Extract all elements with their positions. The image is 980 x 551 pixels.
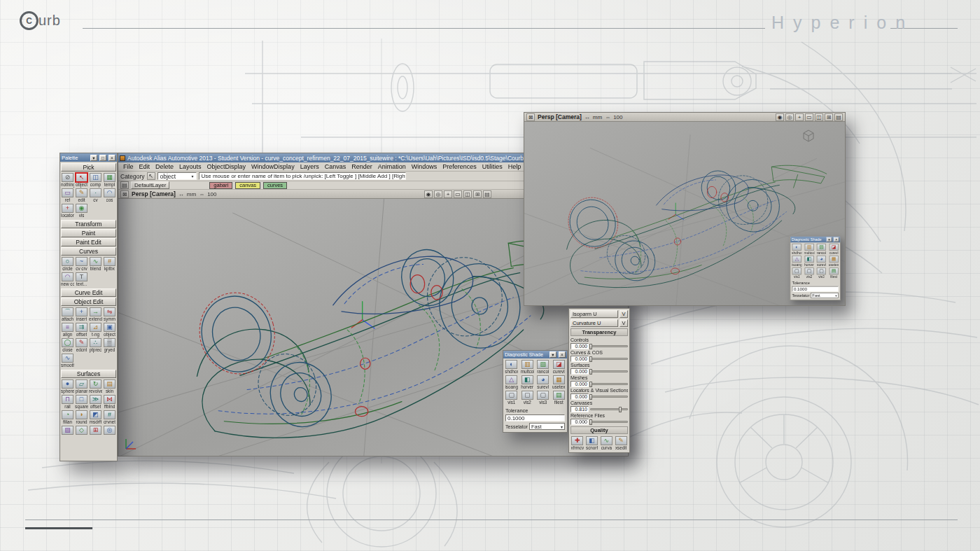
pick-arrow-icon[interactable]: ↖ [147,172,155,180]
cp-tool-xsedit[interactable]: ✎xsedit [614,436,628,451]
tool-attach[interactable]: ⌒attach [61,307,74,322]
tool-square[interactable]: □square [75,395,88,410]
button-isoparm-u[interactable]: Isoparm U [570,310,618,318]
viewport-menu-icon[interactable]: ⊠ [526,113,535,121]
menu-preferences[interactable]: Preferences [440,163,479,170]
viewport-title[interactable]: Persp [Camera] [538,113,582,120]
layout-split-icon[interactable]: ◫ [463,190,472,198]
viewport-menu-icon[interactable]: ⊠ [120,190,129,198]
slider-thumb[interactable] [589,394,592,400]
slider-meshes[interactable] [590,383,628,385]
diag-vis1[interactable]: ▢vis1 [504,391,519,405]
tool-ref[interactable]: ▭ref [61,188,74,203]
diag-filest[interactable]: ▤filest [552,391,567,405]
menu-windowdisplay[interactable]: WindowDisplay [248,163,298,170]
palette-maximize-icon[interactable]: □ [99,155,106,161]
slider-thumb[interactable] [589,344,592,349]
tool-kptbx[interactable]: #kptbx [103,257,116,272]
zoom-icon[interactable]: ◎ [434,190,442,198]
diag-vis2[interactable]: ▢vis2 [804,267,816,279]
layout-quad-icon[interactable]: ⊞ [825,113,833,121]
perspective-viewport-2[interactable]: Diagnostic Shade ▾ × ◐shdhon▥multcol▨ran… [524,122,845,305]
tool-blank[interactable]: ◇ [75,426,88,435]
default-layer-button[interactable]: DefaultLayer [131,181,169,189]
tesselator-select[interactable]: Fast▾ [811,293,839,298]
tool-round[interactable]: ◗round [75,410,88,425]
layers-icon[interactable]: ▤ [120,181,129,189]
pan-icon[interactable]: + [795,113,804,121]
menu-canvas[interactable]: Canvas [322,163,349,170]
panel-title-bar[interactable]: Diagnostic Shade ▾ × [503,351,567,358]
cp-tool-scnorf[interactable]: ◧scnorf [585,436,599,451]
tool-crvnet[interactable]: #crvnet [103,410,116,425]
tool-extend[interactable]: →extend [89,307,102,322]
menu-layouts[interactable]: Layouts [176,163,204,170]
slider-surfaces[interactable] [590,370,628,372]
slider-canvases[interactable] [590,408,628,410]
slider-thumb[interactable] [589,419,592,425]
toggle-isoparm-u[interactable]: V [620,310,628,318]
tool-ptprec[interactable]: ∴ptprec [89,338,102,353]
tool-cv-crv[interactable]: ~cv crv [75,257,88,272]
tool-comp[interactable]: ◫comp [89,173,102,188]
pick-type-select[interactable]: object ▾ [158,172,197,180]
view-cube-icon[interactable] [802,129,816,143]
tool-planar[interactable]: ▱planar [75,379,88,394]
palette-section-curves[interactable]: Curves [61,247,116,256]
tool-nothing[interactable]: ⊘nothing [61,173,74,188]
tool-circle[interactable]: ○circle [61,257,74,272]
toggle-curvature-u[interactable]: V [620,319,628,327]
viewport-title[interactable]: Persp [Camera] [132,190,176,197]
zoom-icon[interactable]: ◎ [785,113,794,121]
tool-blank[interactable]: ▨ [61,426,74,435]
tool-gryed[interactable]: ▒gryed [103,338,116,353]
tool-ffblnd[interactable]: ⋈ffblnd [103,395,116,410]
diag-surevl[interactable]: ◕surevl [536,375,551,390]
tool-blank[interactable]: ⊞ [89,426,102,435]
tolerance-input[interactable]: 0.1000 [792,286,839,292]
slider-curves-cos[interactable] [590,358,628,360]
diag-vis2[interactable]: ▢vis2 [520,391,536,405]
tool-msdrft[interactable]: ◩msdrft [89,410,102,425]
button-curvature-u[interactable]: Curvature U [570,319,618,327]
tool-t-ng[interactable]: ⊿t-ng [89,323,102,337]
diag-usetex[interactable]: ▦usetex [828,256,840,267]
slider-thumb[interactable] [619,407,622,412]
tool-cos[interactable]: ◠cos [103,188,116,203]
tool-close[interactable]: ◯close [61,338,74,353]
layer-chip-canvas[interactable]: canvas [235,182,260,189]
diag-curevl[interactable]: ◪curevl [552,360,567,375]
tool-align[interactable]: ≡align [61,323,74,337]
palette-section-pick[interactable]: Pick [61,163,116,172]
close-icon[interactable]: × [559,351,566,358]
diag-rancol[interactable]: ▨rancol [536,360,551,375]
tool-object[interactable]: ↖object [75,173,88,188]
tool-smooth[interactable]: ∿smooth [61,354,74,368]
diag-curevl[interactable]: ◪curevl [828,244,840,255]
slider-reference-files[interactable] [590,421,628,423]
menu-utilities[interactable]: Utilities [479,163,505,170]
layer-chip-gabari[interactable]: gabari [209,182,232,189]
tool-blank[interactable]: ◎ [103,426,116,435]
tool-skin[interactable]: ▤skin [103,379,116,394]
layer-chip-curves[interactable]: curves [263,182,287,189]
panel-collapse-icon[interactable]: ▾ [827,237,832,242]
cp-tool-curva[interactable]: ∿curva [600,436,614,451]
palette-section-surfaces[interactable]: Surfaces [61,370,116,378]
menu-render[interactable]: Render [349,163,375,170]
palette-section-object-edit[interactable]: Object Edit [61,298,116,306]
diag-isoang[interactable]: △isoang [504,375,519,390]
tool-fillan[interactable]: ◔fillan [61,410,74,425]
diag-multcol[interactable]: ▥multcol [520,360,536,375]
tool-revolve[interactable]: ↻revolve [89,379,102,394]
slider-controls[interactable] [590,345,628,347]
palette-section-transform[interactable]: Transform [61,220,116,228]
diag-surevl[interactable]: ◕surevl [816,256,827,267]
slider-thumb[interactable] [589,369,592,375]
tool-blend[interactable]: ∿blend [89,257,102,272]
menu-windows[interactable]: Windows [409,163,440,170]
menu-animation[interactable]: Animation [375,163,409,170]
tool-insert[interactable]: +insert [75,307,88,322]
slider-thumb[interactable] [589,382,592,387]
layout-full-icon[interactable]: ▭ [805,113,813,121]
